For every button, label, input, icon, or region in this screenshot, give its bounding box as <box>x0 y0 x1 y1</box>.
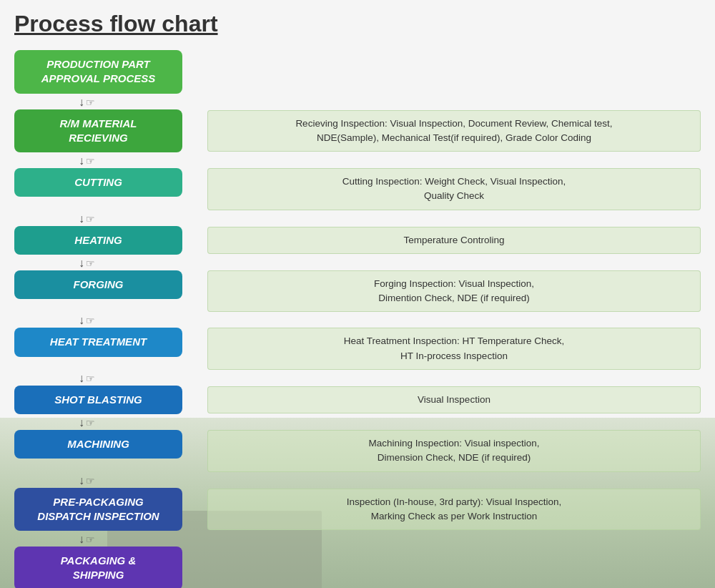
flow-row-machining: MACHININGMachining Inspection: Visual in… <box>14 430 701 472</box>
flow-row-heating: HEATINGTemperature Controling <box>14 226 701 255</box>
desc-box-heating: Temperature Controling <box>207 227 701 254</box>
flow-row-forging: FORGINGForging Inspection: Visual Inspec… <box>14 270 701 313</box>
arrow-machining: ↓☞ <box>14 474 186 488</box>
desc-box-rm-material-receiving: Recieving Inspection: Visual Inspection,… <box>207 110 701 152</box>
arrow-shot-blasting: ↓☞ <box>14 416 186 430</box>
step-button-forging[interactable]: FORGING <box>14 270 182 299</box>
step-button-shot-blasting[interactable]: SHOT BLASTING <box>14 386 182 414</box>
step-button-rm-material-receiving[interactable]: R/M MATERIAL RECIEVING <box>14 109 182 153</box>
flow-row-cutting: CUTTINGCutting Inspection: Weight Check,… <box>14 168 701 210</box>
step-button-heat-treatment[interactable]: HEAT TREATMENT <box>14 328 182 356</box>
desc-box-shot-blasting: Visual Inspection <box>207 386 701 413</box>
arrow-production-part-approval: ↓☞ <box>14 95 186 109</box>
desc-box-pre-packaging: Inspection (In-house, 3rd party): Visual… <box>207 489 701 531</box>
step-button-heating[interactable]: HEATING <box>14 226 182 255</box>
flow-row-shot-blasting: SHOT BLASTINGVisual Inspection <box>14 386 701 414</box>
step-button-cutting[interactable]: CUTTING <box>14 168 182 197</box>
arrow-rm-material-receiving: ↓☞ <box>14 154 186 168</box>
arrow-heat-treatment: ↓☞ <box>14 371 186 386</box>
flow-row-heat-treatment: HEAT TREATMENTHeat Treatment Inspection:… <box>14 328 701 370</box>
flow-chart: PRODUCTION PART APPROVAL PROCESS↓☞R/M MA… <box>14 50 701 588</box>
desc-box-cutting: Cutting Inspection: Weight Check, Visual… <box>207 168 701 210</box>
flow-row-rm-material-receiving: R/M MATERIAL RECIEVINGRecieving Inspecti… <box>14 109 701 153</box>
step-button-packaging-shipping[interactable]: PACKAGING & SHIPPING <box>14 547 182 588</box>
desc-box-forging: Forging Inspection: Visual Inspection, D… <box>207 270 701 313</box>
arrow-heating: ↓☞ <box>14 256 186 270</box>
arrow-cutting: ↓☞ <box>14 212 186 226</box>
flow-row-production-part-approval: PRODUCTION PART APPROVAL PROCESS <box>14 50 701 94</box>
flow-row-pre-packaging: PRE-PACKAGING DISPATCH INSPECTIONInspect… <box>14 488 701 531</box>
arrow-forging: ↓☞ <box>14 313 186 328</box>
arrow-pre-packaging: ↓☞ <box>14 532 186 547</box>
step-button-production-part-approval[interactable]: PRODUCTION PART APPROVAL PROCESS <box>14 50 182 94</box>
step-button-pre-packaging[interactable]: PRE-PACKAGING DISPATCH INSPECTION <box>14 488 182 531</box>
flow-row-packaging-shipping: PACKAGING & SHIPPING <box>14 547 701 588</box>
desc-box-machining: Machining Inspection: Visual inspection,… <box>207 430 701 472</box>
step-button-machining[interactable]: MACHINING <box>14 430 182 459</box>
desc-box-heat-treatment: Heat Treatment Inspection: HT Temperatur… <box>207 328 701 370</box>
page-title: Process flow chart <box>14 11 701 37</box>
